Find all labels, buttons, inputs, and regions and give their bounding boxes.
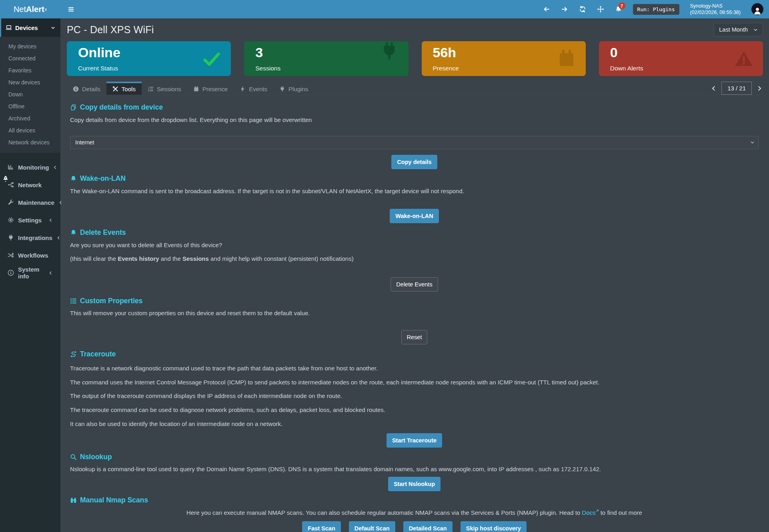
fast-scan-button[interactable]: Fast Scan xyxy=(302,521,341,532)
nav-back-icon[interactable] xyxy=(543,6,550,13)
plug-icon xyxy=(279,86,285,92)
section-title: Wake-on-LAN xyxy=(80,174,126,183)
nmap-desc-post: to find out more xyxy=(599,509,642,516)
run-plugins-status[interactable]: Run: Plugins xyxy=(633,4,679,15)
tab-events[interactable]: Events xyxy=(234,82,273,95)
section-title: Custom Properties xyxy=(80,297,143,305)
external-link-icon xyxy=(596,509,599,512)
section-title: Nslookup xyxy=(80,453,112,461)
tab-plugins[interactable]: Plugins xyxy=(273,82,314,95)
warning-icon xyxy=(734,49,753,68)
chart-bar-icon xyxy=(8,164,14,170)
reset-button[interactable]: Reset xyxy=(401,330,428,344)
plug-icon xyxy=(380,42,399,61)
tab-plugins-label: Plugins xyxy=(288,86,308,92)
traceroute-paragraph: The traceroute command can be used to di… xyxy=(70,406,759,414)
sidebar-item-workflows[interactable]: Workflows xyxy=(0,246,60,264)
section-delete-events: Delete Events Are you sure you want to d… xyxy=(70,228,759,292)
tab-sessions[interactable]: Sessions xyxy=(142,82,187,95)
default-scan-button[interactable]: Default Scan xyxy=(349,521,395,532)
sidebar-item-my-devices[interactable]: My devices xyxy=(0,40,60,52)
status-card-down-alerts[interactable]: 0 Down Alerts xyxy=(599,41,763,76)
pager-prev-button[interactable] xyxy=(711,86,717,91)
tab-tools[interactable]: Tools xyxy=(106,82,142,95)
section-title: Copy details from device xyxy=(80,103,163,112)
docs-link[interactable]: Docs xyxy=(582,509,595,516)
section-title: Traceroute xyxy=(80,350,116,358)
wrench-icon xyxy=(8,199,14,206)
section-description: Copy details from device from the dropdo… xyxy=(70,116,759,124)
hamburger-icon xyxy=(68,6,74,13)
copy-details-button[interactable]: Copy details xyxy=(391,155,437,169)
section-description: This will remove your custom properties … xyxy=(70,310,759,317)
start-traceroute-button[interactable]: Start Traceroute xyxy=(387,433,442,448)
sidebar-item-archived[interactable]: Archived xyxy=(0,112,60,124)
wake-on-lan-button[interactable]: Wake-on-LAN xyxy=(390,209,439,223)
note-bold-events-history: Events history xyxy=(118,255,159,262)
section-title: Manual Nmap Scans xyxy=(80,496,148,504)
sidebar-item-system-info[interactable]: System info xyxy=(0,264,60,282)
sidebar-item-maintenance[interactable]: Maintenance xyxy=(0,194,60,211)
status-card-label: Down Alerts xyxy=(610,65,643,72)
rocket-icon[interactable] xyxy=(2,175,9,184)
chevron-right-icon xyxy=(757,86,762,91)
start-nslookup-button[interactable]: Start Nslookup xyxy=(388,477,441,491)
section-custom-properties: Custom Properties This will remove your … xyxy=(70,297,759,344)
status-card-current-status[interactable]: Online Current Status xyxy=(67,41,231,76)
pager-next-button[interactable] xyxy=(757,86,762,91)
bell-icon xyxy=(70,175,77,182)
laptop-icon xyxy=(6,24,12,31)
chevron-left-icon xyxy=(711,86,717,91)
page-title: PC - Dell XPS WiFi xyxy=(67,24,154,36)
nav-forward-icon[interactable] xyxy=(561,6,568,13)
move-maximize-icon[interactable] xyxy=(597,6,604,13)
traceroute-paragraph: Traceroute is a network diagnostic comma… xyxy=(70,365,759,372)
sidebar-item-new-devices[interactable]: New devices xyxy=(0,76,60,88)
sidebar-item-integrations[interactable]: Integrations xyxy=(0,229,60,246)
delete-note-text: (this will clear the Events history and … xyxy=(70,255,759,263)
main-content: PC - Dell XPS WiFi Last Month Online Cur… xyxy=(60,18,769,532)
sidebar-item-connected[interactable]: Connected xyxy=(0,52,60,64)
section-wake-on-lan: Wake-on-LAN The Wake-on-LAN command is s… xyxy=(70,174,759,223)
check-icon xyxy=(202,49,221,68)
tab-presence-label: Presence xyxy=(202,86,228,92)
delete-events-button[interactable]: Delete Events xyxy=(391,277,438,292)
sidebar-toggle-button[interactable] xyxy=(60,0,82,18)
tab-presence[interactable]: Presence xyxy=(187,82,234,95)
tab-sessions-label: Sessions xyxy=(157,86,181,92)
sidebar-item-monitoring[interactable]: Monitoring xyxy=(0,158,60,176)
user-avatar[interactable] xyxy=(751,3,763,15)
device-pager: 13 / 21 xyxy=(711,82,763,95)
period-dropdown[interactable]: Last Month xyxy=(714,23,763,36)
calendar-icon xyxy=(193,86,199,92)
status-card-sessions[interactable]: 3 Sessions xyxy=(244,41,408,76)
delete-confirm-text: Are you sure you want to delete all Even… xyxy=(70,242,759,249)
sidebar-item-devices[interactable]: Devices xyxy=(0,18,60,37)
info-icon xyxy=(8,270,14,276)
plug-icon xyxy=(8,234,14,241)
notifications-button[interactable]: 7 xyxy=(615,6,622,13)
app-logo[interactable]: NetAlertx xyxy=(0,0,60,18)
sidebar-item-offline[interactable]: Offline xyxy=(0,100,60,112)
notification-count-badge: 7 xyxy=(619,2,625,9)
skip-host-discovery-button[interactable]: Skip host discovery xyxy=(461,521,527,532)
binoculars-icon xyxy=(70,497,77,504)
host-timestamp: (02/02/2026, 08:55:38) xyxy=(690,9,741,16)
refresh-icon[interactable] xyxy=(579,6,586,13)
sidebar-item-settings[interactable]: Settings xyxy=(0,211,60,229)
sidebar-item-network-devices[interactable]: Network devices xyxy=(0,136,60,148)
sidebar-item-favorites[interactable]: Favorites xyxy=(0,64,60,76)
tab-details[interactable]: Details xyxy=(67,82,106,95)
sidebar-item-all-devices[interactable]: All devices xyxy=(0,124,60,136)
traceroute-paragraph: It can also be used to identify the loca… xyxy=(70,420,759,428)
sidebar-item-down[interactable]: Down xyxy=(0,88,60,100)
sidebar-monitoring-label: Monitoring xyxy=(18,164,49,171)
copy-device-select[interactable]: Internet xyxy=(70,136,759,149)
chevron-down-icon xyxy=(753,28,758,32)
tools-tab-panel: Copy details from device Copy details fr… xyxy=(60,95,769,532)
detailed-scan-button[interactable]: Detailed Scan xyxy=(403,521,453,532)
section-description: Nslookup is a command-line tool used to … xyxy=(70,466,759,473)
info-circle-icon xyxy=(73,86,79,92)
brand-net: Net xyxy=(14,5,26,14)
status-card-presence[interactable]: 56h Presence xyxy=(422,41,586,76)
